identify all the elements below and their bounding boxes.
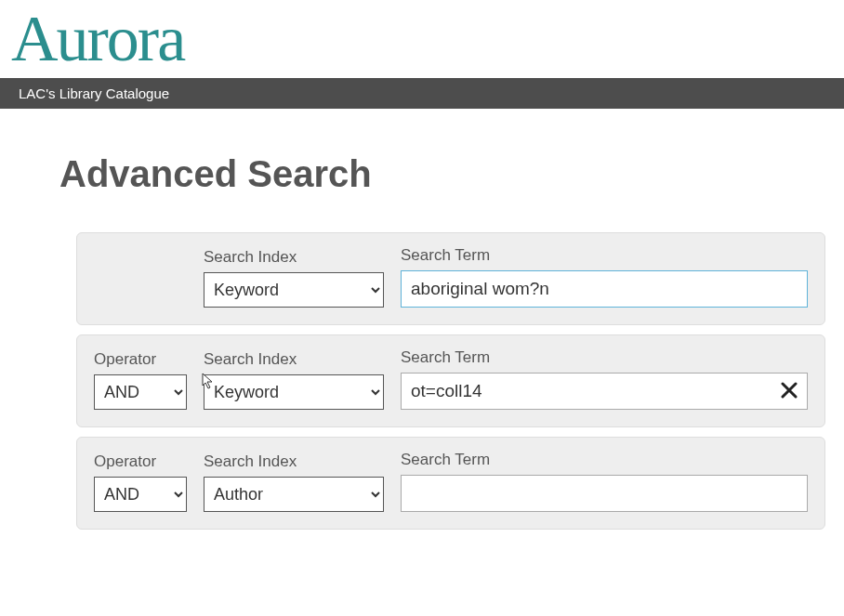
logo-text: Aurora [11,7,184,72]
search-term-input[interactable] [401,475,808,512]
operator-select[interactable]: AND [94,477,187,512]
search-index-group: Search Index Keyword [204,248,384,308]
search-term-label: Search Term [401,348,808,367]
search-index-select[interactable]: Keyword [204,374,384,410]
search-term-input[interactable] [401,373,808,410]
search-index-group: Search Index Keyword [204,350,384,410]
search-term-group: Search Term [401,246,808,308]
search-index-group: Search Index Author [204,452,384,512]
operator-select[interactable]: AND [94,374,187,410]
search-term-label: Search Term [401,451,808,469]
navbar: LAC's Library Catalogue [0,78,844,109]
operator-label: Operator [94,350,187,369]
search-index-label: Search Index [204,350,384,369]
search-term-input[interactable] [401,270,808,308]
advanced-search-form: Search Index Keyword Search Term Operato… [76,232,825,530]
operator-label: Operator [94,452,187,471]
operator-group: Operator AND [94,350,187,410]
page-title: Advanced Search [59,153,844,195]
search-row: Operator AND Search Index Author Search … [76,437,825,530]
search-term-label: Search Term [401,246,808,265]
logo: Aurora [0,0,844,78]
operator-group: Operator AND [94,452,187,512]
search-index-select[interactable]: Author [204,477,384,512]
search-row: Operator AND Search Index Keyword Search… [76,334,825,427]
search-row: Search Index Keyword Search Term [76,232,825,325]
search-term-group: Search Term [401,348,808,410]
search-term-group: Search Term [401,451,808,512]
clear-input-button[interactable] [776,378,802,404]
close-icon [781,378,798,404]
search-index-label: Search Index [204,248,384,267]
search-index-label: Search Index [204,452,384,471]
navbar-title[interactable]: LAC's Library Catalogue [19,85,169,101]
search-index-select[interactable]: Keyword [204,272,384,308]
